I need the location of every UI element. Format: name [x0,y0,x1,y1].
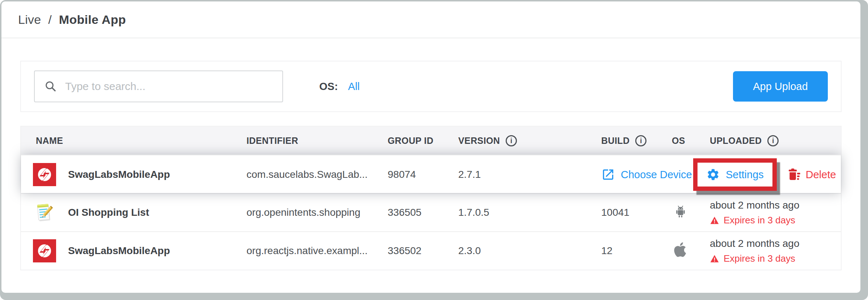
choose-device-label: Choose Device [621,169,692,181]
table-row[interactable]: SwagLabsMobileApp com.saucelabs.SwagLab.… [21,155,841,193]
page-header: Live / Mobile App [1,1,860,38]
page-title: Mobile App [59,13,126,26]
gear-icon [706,168,720,181]
breadcrumb-separator: / [48,13,52,26]
swaglabs-app-icon [33,239,56,262]
uploaded-date: about 2 months ago [710,237,841,250]
uploaded-info-icon[interactable]: i [767,135,779,146]
os-cell [672,204,710,221]
app-name: SwagLabsMobileApp [68,169,170,180]
app-upload-button[interactable]: App Upload [733,71,828,102]
apple-icon [673,242,688,257]
screenshot-frame: Live / Mobile App Type to search... [0,0,868,300]
os-filter-value[interactable]: All [348,81,360,93]
os-cell [672,242,710,260]
build-cell: 10041 [601,207,672,218]
apps-table: NAME IDENTIFIER GROUP ID VERSION i BUILD… [20,126,842,270]
toolbar: Type to search... OS: All App Upload [20,61,842,112]
column-header-uploaded-label: UPLOADED [710,136,762,146]
version-cell: 1.7.0.5 [458,207,601,218]
warning-icon [710,216,719,225]
app-name-cell: OI Shopping List [21,201,247,224]
expires-warning: Expires in 3 days [710,214,841,226]
breadcrumb-section[interactable]: Live [18,13,41,26]
column-header-group-id[interactable]: GROUP ID [388,136,458,146]
warning-icon [710,254,719,263]
version-cell: 2.3.0 [458,245,601,257]
build-info-icon[interactable]: i [635,135,646,146]
group-id-cell: 336502 [388,245,458,257]
uploaded-cell: about 2 months ago Expires in 3 days [710,237,841,265]
search-input[interactable]: Type to search... [34,70,283,102]
os-filter-label: OS: [319,81,338,93]
app-window: Live / Mobile App Type to search... [1,1,860,293]
choose-device-link[interactable]: Choose Device [601,168,700,181]
build-cell: 12 [601,245,672,257]
identifier-cell: com.saucelabs.SwagLab... [247,169,388,180]
expires-warning: Expires in 3 days [710,253,841,265]
app-name-cell: SwagLabsMobileApp [21,163,247,186]
column-header-version-label: VERSION [458,136,500,146]
expires-text: Expires in 3 days [724,214,795,226]
settings-highlight-annotation: Settings [693,158,777,191]
version-cell: 2.7.1 [458,169,601,180]
external-link-icon [601,168,615,181]
version-info-icon[interactable]: i [506,135,517,146]
shopping-list-app-icon [33,201,56,224]
settings-label: Settings [726,169,764,181]
expires-text: Expires in 3 days [724,253,795,265]
swaglabs-app-icon [33,163,56,186]
os-filter: OS: All [319,81,360,93]
search-placeholder: Type to search... [65,80,146,93]
app-name-cell: SwagLabsMobileApp [21,239,247,262]
breadcrumb: Live / Mobile App [18,13,126,27]
android-icon [673,204,688,219]
search-icon [44,80,57,93]
identifier-cell: org.openintents.shopping [247,207,388,218]
table-header-row: NAME IDENTIFIER GROUP ID VERSION i BUILD… [21,127,841,155]
column-header-build[interactable]: BUILD i [601,135,672,146]
column-header-build-label: BUILD [601,136,629,146]
uploaded-date: about 2 months ago [710,199,841,211]
column-header-name[interactable]: NAME [21,136,247,146]
column-header-uploaded[interactable]: UPLOADED i [710,135,841,146]
delete-label: Delete [806,169,836,181]
column-header-version[interactable]: VERSION i [458,135,601,146]
identifier-cell: org.reactjs.native.exampl... [247,245,388,257]
main-content: Type to search... OS: All App Upload NAM… [1,38,860,270]
row-actions: Choose Device Settings [601,155,841,194]
trash-icon [786,167,801,182]
table-row[interactable]: OI Shopping List org.openintents.shoppin… [21,193,841,231]
group-id-cell: 336505 [388,207,458,218]
column-header-identifier[interactable]: IDENTIFIER [247,136,388,146]
delete-button[interactable]: Delete [786,167,836,182]
uploaded-cell: about 2 months ago Expires in 3 days [710,199,841,226]
group-id-cell: 98074 [388,169,458,180]
table-row[interactable]: SwagLabsMobileApp org.reactjs.native.exa… [21,231,841,270]
column-header-os[interactable]: OS [672,136,710,146]
settings-button[interactable]: Settings [706,168,764,181]
app-name: OI Shopping List [68,207,149,218]
app-name: SwagLabsMobileApp [68,245,170,257]
